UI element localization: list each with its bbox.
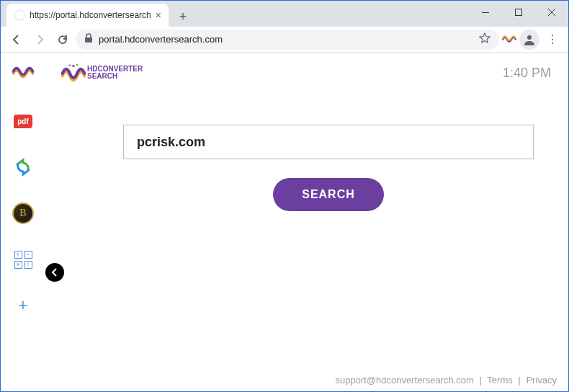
brand-wave-icon bbox=[61, 63, 86, 83]
search-section: SEARCH bbox=[123, 125, 534, 211]
plus-icon: + bbox=[19, 296, 28, 315]
sidebar-convert-item[interactable] bbox=[12, 156, 34, 178]
search-button[interactable]: SEARCH bbox=[273, 178, 384, 211]
address-bar[interactable]: portal.hdconvertersearch.com bbox=[76, 30, 499, 50]
maximize-button[interactable] bbox=[502, 1, 535, 24]
sidebar-logo-icon[interactable] bbox=[12, 64, 34, 86]
sidebar: pdf B + − × ÷ + bbox=[1, 53, 45, 391]
svg-rect-1 bbox=[516, 9, 522, 16]
letter-b-icon: B bbox=[12, 202, 34, 224]
svg-point-4 bbox=[527, 35, 532, 40]
footer-privacy-link[interactable]: Privacy bbox=[526, 375, 557, 386]
sidebar-calculator-item[interactable]: + − × ÷ bbox=[12, 249, 34, 270]
minimize-button[interactable] bbox=[469, 1, 502, 24]
svg-point-2 bbox=[14, 10, 24, 20]
pdf-icon: pdf bbox=[14, 115, 32, 128]
sidebar-collapse-button[interactable] bbox=[45, 263, 64, 282]
sidebar-add-item[interactable]: + bbox=[12, 295, 34, 316]
close-window-button[interactable] bbox=[535, 1, 568, 24]
tab-title: https://portal.hdconvertersearch bbox=[30, 10, 151, 20]
extension-icon[interactable] bbox=[502, 32, 516, 47]
forward-button[interactable] bbox=[30, 30, 50, 50]
footer: support@hdconvertersearch.com | Terms | … bbox=[336, 375, 557, 386]
profile-button[interactable] bbox=[519, 30, 539, 50]
browser-toolbar: portal.hdconvertersearch.com ⋮ bbox=[1, 27, 568, 53]
svg-rect-0 bbox=[482, 12, 489, 13]
footer-terms-link[interactable]: Terms bbox=[487, 375, 512, 386]
brand-text: HDCONVERTERSEARCH bbox=[87, 66, 143, 80]
window-controls bbox=[469, 1, 568, 24]
refresh-arrows-icon bbox=[14, 158, 32, 177]
tab-close-icon[interactable]: × bbox=[156, 9, 161, 21]
browser-tab[interactable]: https://portal.hdconvertersearch × bbox=[6, 4, 169, 27]
calculator-grid-icon: + − × ÷ bbox=[14, 251, 32, 269]
lock-icon bbox=[84, 33, 93, 45]
svg-point-8 bbox=[72, 65, 74, 67]
sidebar-b-item[interactable]: B bbox=[12, 202, 34, 224]
svg-point-10 bbox=[69, 65, 71, 67]
clock-display: 1:40 PM bbox=[503, 66, 551, 81]
new-tab-button[interactable]: + bbox=[173, 6, 193, 27]
sidebar-pdf-item[interactable]: pdf bbox=[12, 110, 34, 132]
svg-rect-3 bbox=[85, 37, 92, 43]
chevron-left-icon bbox=[51, 268, 58, 277]
url-text: portal.hdconvertersearch.com bbox=[99, 34, 223, 45]
main-area: HDCONVERTERSEARCH 1:40 PM SEARCH bbox=[45, 53, 568, 391]
star-icon[interactable] bbox=[479, 32, 490, 46]
footer-support-link[interactable]: support@hdconvertersearch.com bbox=[336, 375, 474, 386]
tab-favicon-icon bbox=[14, 9, 25, 21]
svg-point-9 bbox=[76, 64, 79, 66]
browser-menu-button[interactable]: ⋮ bbox=[542, 32, 563, 46]
brand-logo[interactable]: HDCONVERTERSEARCH bbox=[61, 63, 143, 83]
page-content: pdf B + − × ÷ + bbox=[1, 53, 568, 391]
search-input[interactable] bbox=[123, 125, 534, 159]
reload-button[interactable] bbox=[53, 30, 73, 50]
back-button[interactable] bbox=[6, 30, 27, 50]
